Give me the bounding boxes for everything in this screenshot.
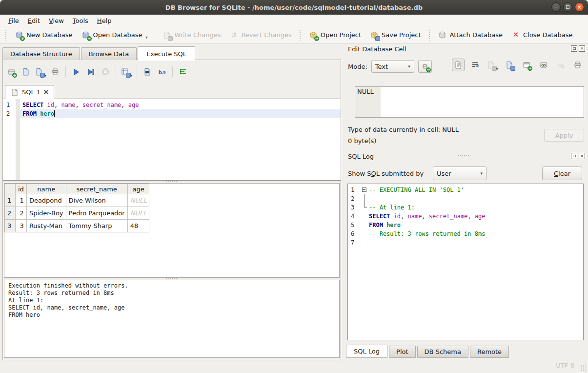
editor-line: FROM hero bbox=[20, 109, 341, 118]
write-changes-button[interactable]: Write Changes bbox=[158, 29, 225, 41]
print-sql-button[interactable] bbox=[49, 65, 61, 78]
stop-execution-icon bbox=[101, 67, 110, 76]
column-header-age[interactable]: age bbox=[127, 184, 149, 194]
table-cell[interactable]: 2 bbox=[16, 207, 27, 220]
clear-log-button[interactable]: Clear bbox=[542, 166, 582, 180]
column-header-id[interactable]: id bbox=[16, 184, 27, 194]
results-table[interactable]: idnamesecret_nameage11DeadpondDive Wilso… bbox=[4, 184, 149, 232]
splitter-handle[interactable] bbox=[165, 180, 178, 183]
execute-current-line-button[interactable] bbox=[84, 65, 97, 78]
apply-settings-button[interactable]: ⚙→ bbox=[418, 60, 432, 73]
execution-message-line: FROM hero bbox=[8, 311, 335, 319]
fold-marker[interactable] bbox=[361, 186, 368, 194]
sql-log-dock-title: SQL Log bbox=[348, 153, 374, 160]
tab-database-structure[interactable]: Database Structure bbox=[2, 47, 80, 60]
table-row[interactable]: 11DeadpondDive WilsonNULL bbox=[5, 194, 149, 207]
results-corner-cell[interactable] bbox=[5, 184, 16, 194]
log-line-text: -- bbox=[368, 194, 376, 203]
log-filter-select[interactable]: User ▾ bbox=[433, 166, 487, 180]
copy-link-button[interactable] bbox=[537, 59, 550, 71]
table-cell[interactable]: 1 bbox=[16, 194, 27, 207]
revert-changes-button[interactable]: ↺Revert Changes bbox=[225, 29, 296, 41]
new-database-button[interactable]: +New Database bbox=[10, 29, 77, 41]
table-cell[interactable]: Dive Wilson bbox=[66, 194, 127, 207]
column-header-name[interactable]: name bbox=[26, 184, 66, 194]
dock-tab-plot[interactable]: Plot bbox=[389, 346, 416, 358]
open-in-external-button[interactable]: → bbox=[520, 59, 533, 71]
word-wrap-button[interactable] bbox=[469, 59, 482, 71]
dock-splitter-handle[interactable] bbox=[458, 154, 470, 157]
resize-grip-icon[interactable] bbox=[580, 365, 587, 371]
table-cell[interactable]: Spider-Boy bbox=[26, 207, 66, 220]
sql-editor[interactable]: 12 SELECT id, name, secret_name, ageFROM… bbox=[3, 99, 341, 181]
format-sql-button[interactable] bbox=[177, 65, 189, 78]
close-dock-icon[interactable]: × bbox=[579, 153, 585, 159]
log-line-number: 7 bbox=[348, 238, 361, 247]
table-cell[interactable]: 3 bbox=[16, 220, 27, 232]
fold-marker[interactable] bbox=[361, 194, 368, 203]
chevron-down-icon[interactable]: ▾ bbox=[145, 35, 147, 40]
table-cell[interactable]: NULL bbox=[127, 207, 149, 220]
table-row[interactable]: 22Spider-BoyPedro ParqueadorNULL bbox=[5, 207, 149, 220]
menu-help[interactable]: Help bbox=[93, 16, 116, 25]
close-dock-icon[interactable]: × bbox=[579, 45, 585, 52]
table-cell[interactable]: Rusty-Man bbox=[26, 220, 66, 232]
mode-select[interactable]: Text ▾ bbox=[371, 60, 414, 73]
open-sql-file-button[interactable] bbox=[20, 65, 32, 78]
tab-browse-data[interactable]: Browse Data bbox=[81, 47, 137, 60]
revert-changes-icon: ↺ bbox=[229, 31, 238, 40]
editor-code-area[interactable]: SELECT id, name, secret_name, ageFROM he… bbox=[20, 99, 341, 180]
table-row[interactable]: 33Rusty-ManTommy Sharp48 bbox=[5, 220, 149, 232]
minimize-icon[interactable]: − bbox=[551, 2, 561, 12]
cell-size-text: 0 byte(s) bbox=[348, 137, 376, 145]
row-header[interactable]: 1 bbox=[5, 194, 16, 207]
cell-editor[interactable]: NULL bbox=[355, 86, 584, 118]
fold-marker[interactable] bbox=[361, 203, 368, 212]
maximize-icon[interactable] bbox=[563, 2, 572, 12]
sql-editor-tab[interactable]: SQL 1 bbox=[5, 85, 54, 99]
close-database-button[interactable]: ✕Close Database bbox=[507, 29, 577, 41]
close-icon[interactable]: × bbox=[575, 2, 584, 12]
row-header[interactable]: 2 bbox=[5, 207, 16, 220]
new-sql-tab-button[interactable]: + bbox=[5, 65, 18, 78]
save-project-button[interactable]: Save Project bbox=[365, 29, 426, 41]
edit-cell-dock: Edit Database Cell × Mode: Text ▾ ⚙→ ▾→ … bbox=[343, 44, 588, 151]
table-cell[interactable]: 48 bbox=[127, 220, 149, 232]
open-database-button[interactable]: →Open Database▾ bbox=[77, 29, 152, 41]
row-header[interactable]: 3 bbox=[5, 220, 16, 232]
toolbar-handle bbox=[299, 30, 302, 41]
print-cell-button[interactable] bbox=[571, 59, 584, 71]
apply-button[interactable]: Apply bbox=[544, 129, 584, 142]
float-dock-icon[interactable] bbox=[571, 45, 577, 52]
column-header-secret-name[interactable]: secret_name bbox=[66, 184, 127, 194]
find-button[interactable] bbox=[141, 65, 154, 78]
attach-database-button[interactable]: Attach Database bbox=[434, 29, 507, 41]
dock-tab-remote[interactable]: Remote bbox=[470, 346, 509, 358]
tab-execute-sql[interactable]: Execute SQL bbox=[138, 46, 195, 61]
open-project-icon: → bbox=[309, 31, 318, 40]
execute-all-button[interactable] bbox=[70, 65, 82, 78]
find-replace-button[interactable]: ba bbox=[156, 65, 168, 78]
table-cell[interactable]: NULL bbox=[127, 194, 149, 207]
dock-tab-sql-log[interactable]: SQL Log bbox=[346, 345, 387, 358]
export-data-button[interactable] bbox=[503, 59, 516, 71]
save-sql-file-button[interactable]: ▾ bbox=[34, 65, 47, 78]
menu-tools[interactable]: Tools bbox=[68, 16, 93, 25]
text-mode-button[interactable] bbox=[452, 59, 465, 71]
set-null-button[interactable] bbox=[554, 59, 567, 71]
fold-collapse-icon[interactable] bbox=[362, 187, 366, 192]
table-cell[interactable]: Tommy Sharp bbox=[66, 220, 127, 232]
save-results-view-button[interactable]: ▾ bbox=[120, 65, 133, 78]
table-cell[interactable]: Deadpond bbox=[26, 194, 66, 207]
menu-file[interactable]: File bbox=[4, 16, 23, 25]
menu-edit[interactable]: Edit bbox=[23, 16, 44, 25]
dock-tab-db-schema[interactable]: DB Schema bbox=[417, 346, 468, 358]
stop-execution-button[interactable] bbox=[99, 65, 112, 78]
table-cell[interactable]: Pedro Parqueador bbox=[66, 207, 127, 220]
sql-log-view[interactable]: 1-- EXECUTING ALL IN 'SQL 1'2--3-- At li… bbox=[347, 184, 584, 340]
open-project-button[interactable]: →Open Project bbox=[304, 29, 365, 41]
import-data-button[interactable]: ▾ bbox=[486, 59, 499, 71]
close-sql-tab-icon[interactable] bbox=[43, 89, 49, 95]
float-dock-icon[interactable] bbox=[571, 153, 577, 159]
menu-view[interactable]: View bbox=[44, 16, 68, 25]
